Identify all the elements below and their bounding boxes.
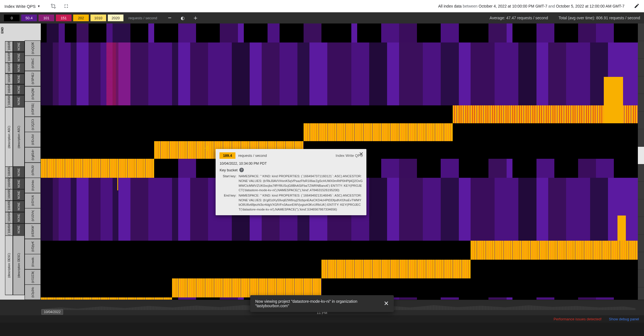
contrast-icon[interactable]: ◐ — [180, 15, 186, 21]
toast-text: Now viewing project "datastore-mode-kv-n… — [255, 299, 373, 308]
row-label[interactable]: (b'DYLN — [25, 193, 41, 209]
row-label[interactable]: (`166495 — [5, 167, 13, 178]
legend-bucket[interactable]: 101 — [39, 15, 54, 21]
row-label[interactable]: (`166495 — [5, 201, 13, 212]
legend-bucket[interactable]: 151 — [56, 15, 71, 21]
heatmap-area: END kind (`166495(`166495(`166495(`16649… — [0, 23, 644, 323]
row-label[interactable]: NONE — [13, 41, 25, 52]
row-label[interactable]: (b'JQZCt — [25, 117, 41, 132]
row-label[interactable]: (b'U2Vh( — [25, 208, 41, 224]
metric-title: Index Write QPS — [4, 4, 35, 9]
legend-unit: requests / second — [128, 16, 157, 20]
row-label[interactable]: NONE — [13, 95, 25, 107]
tooltip-panel: ✕ 189.4 requests / second Index Write QP… — [216, 149, 366, 215]
legend-bucket[interactable]: 50.4 — [21, 15, 37, 21]
legend-bar: 0 50.4 101 151 202 1010 2020 requests / … — [0, 12, 644, 23]
row-label[interactable]: (`166495 — [5, 189, 13, 201]
caret-down-icon: ▼ — [37, 4, 40, 8]
row-label[interactable]: NONE — [13, 84, 25, 95]
legend-bucket[interactable]: 1010 — [90, 15, 106, 21]
y-axis-top-label: END — [1, 27, 4, 34]
row-label[interactable]: NONE — [13, 63, 25, 73]
tooltip-unit: requests / second — [238, 153, 267, 158]
zoom-in-icon[interactable]: ＋ — [192, 15, 199, 21]
row-label[interactable]: (b'SpQNl — [25, 86, 41, 102]
row-label[interactable]: (description: ASC) — [13, 107, 25, 167]
stat-average: Average: 47.47 requests / second — [490, 16, 548, 20]
tooltip-startkey-value: NAMESPACE: '' KIND: kind PROPERTIES: (`1… — [238, 174, 362, 193]
row-label[interactable]: NONE — [13, 52, 25, 63]
row-label[interactable]: (b'E5KW' — [25, 224, 41, 239]
row-label[interactable]: NONE — [13, 74, 25, 84]
row-label[interactable]: (`166495 — [5, 178, 13, 190]
row-label[interactable]: (b'yUnbc — [25, 178, 41, 193]
edit-icon[interactable] — [634, 3, 640, 10]
row-label[interactable]: (`166494 — [5, 212, 13, 224]
row-label[interactable]: NONE — [13, 201, 25, 212]
row-label[interactable]: (b'DjIyr€ — [25, 239, 41, 254]
row-group-label[interactable]: (description: DESC) — [5, 236, 13, 295]
help-icon[interactable]: ? — [239, 168, 244, 172]
row-label[interactable]: (`166495 — [5, 41, 13, 52]
tooltip-title: Index Write QPS — [336, 153, 363, 158]
top-bar: Index Write QPS ▼ All index data between… — [0, 0, 644, 12]
row-label[interactable]: (description: DESC) — [13, 236, 25, 295]
row-group-label[interactable]: (description: ASC) — [5, 107, 13, 167]
row-label[interactable]: (b'xQQ3€ — [25, 41, 41, 56]
row-label[interactable]: (b'DFSE( — [25, 101, 41, 117]
row-label[interactable]: (b'g81d> — [25, 147, 41, 163]
legend-bucket[interactable]: 0 — [4, 15, 20, 21]
row-label[interactable]: NONE — [13, 223, 25, 236]
tooltip-section-label: Key bucket — [220, 168, 237, 172]
y-axis: END kind — [0, 23, 5, 323]
row-labels-col-3: (b'xQQ3€(b'I39cC(b'SP4EJ(b'SpQNl(b'DFSE(… — [25, 23, 41, 323]
footer-bar: Performance issues detected! Show debug … — [0, 315, 644, 323]
row-label[interactable]: (`166494 — [5, 95, 13, 107]
close-icon[interactable]: ✕ — [384, 300, 389, 307]
time-axis-date: 10/04/2022 — [41, 309, 63, 315]
row-label[interactable]: (`166494 — [5, 223, 13, 236]
perf-warning[interactable]: Performance issues detected! — [554, 317, 602, 321]
legend-bucket[interactable]: 2020 — [108, 15, 123, 21]
crop-icon[interactable] — [50, 3, 56, 9]
row-label[interactable]: (`166495 — [5, 63, 13, 73]
row-label[interactable]: (b'owdc. — [25, 254, 41, 269]
row-label[interactable]: (b'I39cC — [25, 56, 41, 71]
row-label[interactable]: (b'SP4EJ — [25, 71, 41, 86]
zoom-out-icon[interactable]: − — [167, 15, 173, 21]
heatmap-body[interactable]: ✕ 189.4 requests / second Index Write QP… — [41, 23, 644, 323]
tooltip-endkey-value: NAMESPACE: '' KIND: kind PROPERTIES: (`1… — [238, 193, 362, 212]
row-label[interactable]: (b'2p34c — [25, 285, 41, 300]
row-label[interactable]: (`166495 — [5, 74, 13, 84]
tooltip-startkey-label: Start key: — [220, 174, 236, 193]
legend-bucket[interactable]: 202 — [73, 15, 89, 21]
row-label[interactable]: (b'O2Z3t( — [25, 269, 41, 285]
row-label[interactable]: (`166495 — [5, 52, 13, 63]
row-label[interactable]: NONE — [13, 167, 25, 178]
row-labels-col-1: (`166495(`166495(`166495(`166495(`166494… — [5, 23, 13, 323]
row-label[interactable]: NONE — [13, 212, 25, 224]
toast-notification: Now viewing project "datastore-mode-kv-n… — [250, 295, 394, 312]
tooltip-qps-value: 189.4 — [220, 152, 235, 159]
fullscreen-icon[interactable] — [63, 3, 69, 9]
metric-selector[interactable]: Index Write QPS ▼ — [4, 4, 40, 9]
row-label[interactable]: NONE — [13, 178, 25, 190]
row-labels-col-2: NONENONENONENONENONENONE(description: AS… — [13, 23, 25, 323]
row-label[interactable]: (b'RkJ0/ — [25, 163, 41, 178]
tooltip-endkey-label: End key: — [220, 193, 236, 212]
debug-panel-link[interactable]: Show debug panel — [609, 317, 639, 321]
close-icon[interactable]: ✕ — [359, 151, 364, 157]
row-label[interactable]: (b'EnJIzl — [25, 132, 41, 147]
top-toolbar — [50, 3, 69, 9]
heatmap-minimap[interactable] — [638, 23, 644, 323]
tooltip-timestamp: 10/04/2022, 10:34:00 PM PDT — [216, 160, 366, 168]
stat-total: Total (avg over time): 806.91 requests /… — [559, 16, 640, 20]
date-range-display: All index data between October 4, 2022 a… — [438, 4, 624, 8]
row-label[interactable]: NONE — [13, 189, 25, 201]
row-label[interactable]: (`166494 — [5, 84, 13, 95]
